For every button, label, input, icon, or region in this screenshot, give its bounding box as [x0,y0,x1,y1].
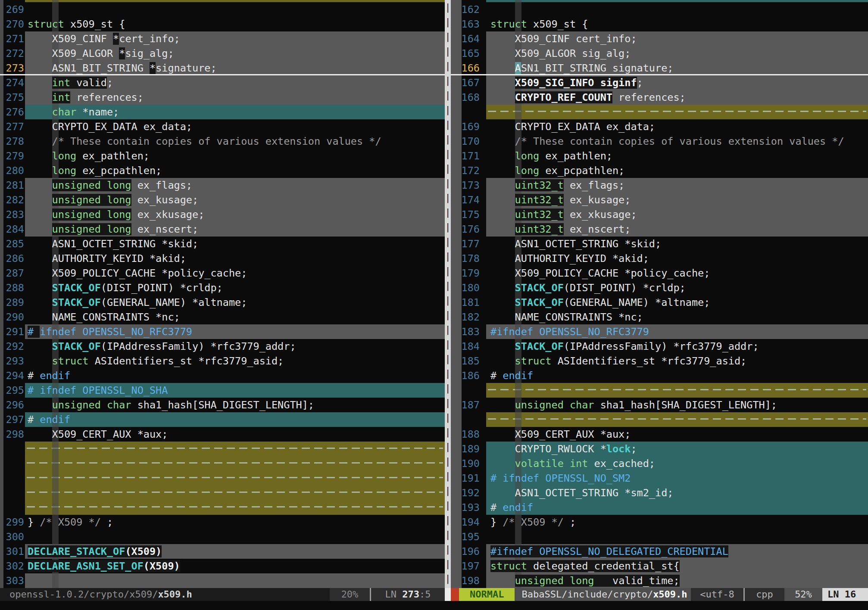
code-line[interactable]: 303 [0,573,445,588]
code-line[interactable]: 166 ASN1_BIT_STRING signature; [451,61,868,75]
code-line[interactable]: 182 NAME_CONSTRAINTS *nc; [451,310,868,324]
code-line[interactable]: 276 char *name; [0,105,445,119]
code-line[interactable]: 297# endif [0,412,445,427]
code-text: # ifndef OPENSSL_NO_RFC3779 [28,324,192,339]
code-line[interactable]: 163struct x509_st { [451,17,868,31]
diff-filler-line[interactable] [451,383,868,398]
code-line[interactable]: 196#ifndef OPENSSL_NO_DELEGATED_CREDENTI… [451,544,868,559]
code-text: ASN1_OCTET_STRING *sm2_id; [490,486,673,500]
code-line[interactable]: 280 long ex_pcpathlen; [0,163,445,178]
right-editor-pane: 162163struct x509_st {164 X509_CINF cert… [451,0,868,588]
code-line[interactable]: 279 long ex_pathlen; [0,149,445,163]
line-number: 301 [0,544,24,559]
code-line[interactable]: 198 unsigned long valid_time; [451,573,868,588]
code-text: X509_POLICY_CACHE *policy_cache; [490,266,710,280]
code-line[interactable]: 177 ASN1_OCTET_STRING *skid; [451,237,868,251]
code-line[interactable]: 272 X509_ALGOR *sig_alg; [0,46,445,61]
diff-filler-line[interactable] [0,471,445,486]
line-number: 290 [0,310,24,324]
diff-filler-line[interactable] [0,486,445,500]
code-line[interactable]: 292 STACK_OF(IPAddressFamily) *rfc3779_a… [0,339,445,354]
code-line[interactable]: 283 unsigned long ex_xkusage; [0,207,445,222]
code-line[interactable]: 299} /* X509 */ ; [0,515,445,529]
code-line[interactable]: 165 X509_ALGOR sig_alg; [451,46,868,61]
code-line[interactable]: 190 volatile int ex_cached; [451,456,868,471]
code-line[interactable]: 274 int valid; [0,75,445,90]
code-line[interactable]: 189 CRYPTO_RWLOCK *lock; [451,442,868,456]
code-line[interactable]: 275 int references; [0,90,445,105]
code-line[interactable]: 287 X509_POLICY_CACHE *policy_cache; [0,266,445,280]
code-text: STACK_OF(GENERAL_NAME) *altname; [28,295,247,310]
code-line[interactable]: 187 unsigned char sha1_hash[SHA_DIGEST_L… [451,398,868,412]
code-line[interactable]: 290 NAME_CONSTRAINTS *nc; [0,310,445,324]
code-text: /* These contain copies of various exten… [28,134,381,149]
code-line[interactable]: 180 STACK_OF(DIST_POINT) *crldp; [451,280,868,295]
code-line[interactable]: 184 STACK_OF(IPAddressFamily) *rfc3779_a… [451,339,868,354]
code-line[interactable]: 173 uint32_t ex_flags; [451,178,868,193]
line-number: 175 [451,207,480,222]
code-line[interactable]: 179 X509_POLICY_CACHE *policy_cache; [451,266,868,280]
code-line[interactable]: 288 STACK_OF(DIST_POINT) *crldp; [0,280,445,295]
code-text: } /* X509 */ ; [28,515,113,529]
code-line[interactable]: 302DECLARE_ASN1_SET_OF(X509) [0,559,445,573]
divider-bar-glyph: | [445,278,451,293]
code-line[interactable]: 286 AUTHORITY_KEYID *akid; [0,251,445,266]
diff-filler-line[interactable] [451,412,868,427]
code-line[interactable]: 181 STACK_OF(GENERAL_NAME) *altname; [451,295,868,310]
code-line[interactable]: 284 unsigned long ex_nscert; [0,222,445,237]
code-line[interactable]: 174 uint32_t ex_kusage; [451,193,868,207]
diff-filler-line[interactable] [451,105,868,119]
code-line[interactable]: 271 X509_CINF *cert_info; [0,31,445,46]
code-line[interactable]: 278 /* These contain copies of various e… [0,134,445,149]
code-line[interactable]: 293 struct ASIdentifiers_st *rfc3779_asi… [0,354,445,368]
code-line[interactable]: 281 unsigned long ex_flags; [0,178,445,193]
code-line[interactable]: 277 CRYPTO_EX_DATA ex_data; [0,119,445,134]
code-line[interactable]: 167 X509_SIG_INFO siginf; [451,75,868,90]
code-text: CRYPTO_EX_DATA ex_data; [490,119,655,134]
code-line[interactable]: 183#ifndef OPENSSL_NO_RFC3779 [451,324,868,339]
code-line[interactable]: 295# ifndef OPENSSL_NO_SHA [0,383,445,398]
diff-highlight-band [25,412,445,427]
code-line[interactable]: 195 [451,529,868,544]
code-line[interactable]: 170 /* These contain copies of various e… [451,134,868,149]
code-line[interactable]: 176 uint32_t ex_nscert; [451,222,868,237]
code-line[interactable]: 168 CRYPTO_REF_COUNT references; [451,90,868,105]
code-line[interactable]: 301DECLARE_STACK_OF(X509) [0,544,445,559]
code-line[interactable]: 282 unsigned long ex_kusage; [0,193,445,207]
code-line[interactable]: 175 uint32_t ex_xkusage; [451,207,868,222]
divider-bar-glyph: | [445,73,451,88]
code-line[interactable]: 270struct x509_st { [0,17,445,31]
code-line[interactable]: 178 AUTHORITY_KEYID *akid; [451,251,868,266]
window-divider[interactable]: |||||||||||||||||||||||||||||||||||||||| [445,0,451,588]
line-number: 181 [451,295,480,310]
diff-filler-line[interactable] [0,456,445,471]
right-statusline: NORMAL BabaSSL/include/crypto/x509.h <ut… [451,588,868,601]
code-line[interactable]: 291# ifndef OPENSSL_NO_RFC3779 [0,324,445,339]
code-line[interactable]: 162 [451,2,868,17]
code-line[interactable]: 194} /* X509 */ ; [451,515,868,529]
diff-filler-line[interactable] [0,442,445,456]
code-line[interactable]: 273 ASN1_BIT_STRING *signature; [0,61,445,75]
code-line[interactable]: 186# endif [451,368,868,383]
code-line[interactable]: 171 long ex_pathlen; [451,149,868,163]
code-line[interactable]: 172 long ex_pcpathlen; [451,163,868,178]
code-line[interactable]: 185 struct ASIdentifiers_st *rfc3779_asi… [451,354,868,368]
code-line[interactable]: 269 [0,2,445,17]
code-line[interactable]: 298 X509_CERT_AUX *aux; [0,427,445,442]
code-line[interactable]: 197struct delegated_credential_st{ [451,559,868,573]
code-line[interactable]: 294# endif [0,368,445,383]
code-text: unsigned char sha1_hash[SHA_DIGEST_LENGT… [490,398,777,412]
code-line[interactable]: 164 X509_CINF cert_info; [451,31,868,46]
code-line[interactable]: 296 unsigned char sha1_hash[SHA_DIGEST_L… [0,398,445,412]
line-number: 292 [0,339,24,354]
code-line[interactable]: 188 X509_CERT_AUX *aux; [451,427,868,442]
code-line[interactable]: 193# endif [451,500,868,515]
divider-bar-glyph: | [445,264,451,278]
code-line[interactable]: 289 STACK_OF(GENERAL_NAME) *altname; [0,295,445,310]
code-line[interactable]: 300 [0,529,445,544]
diff-filler-line[interactable] [0,500,445,515]
code-line[interactable]: 192 ASN1_OCTET_STRING *sm2_id; [451,486,868,500]
code-line[interactable]: 169 CRYPTO_EX_DATA ex_data; [451,119,868,134]
code-line[interactable]: 285 ASN1_OCTET_STRING *skid; [0,237,445,251]
code-line[interactable]: 191# ifndef OPENSSL_NO_SM2 [451,471,868,486]
